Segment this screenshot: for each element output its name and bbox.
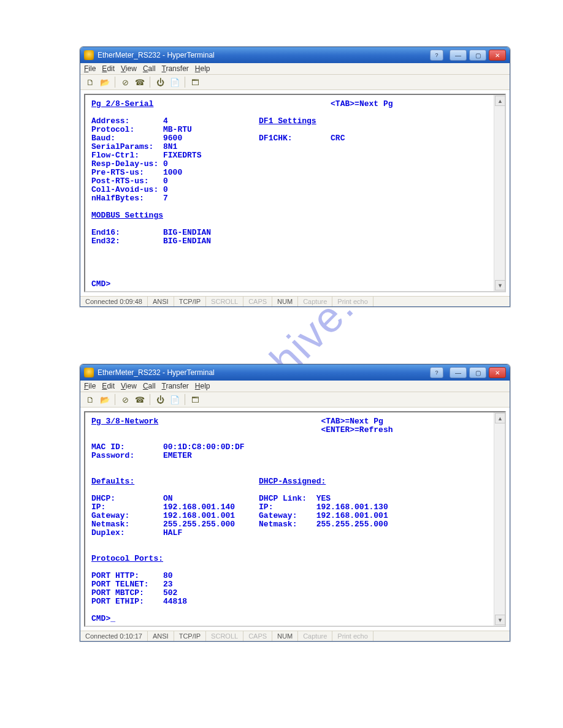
status-caps: CAPS <box>243 631 272 641</box>
minimize-button[interactable]: — <box>450 367 467 378</box>
status-num: NUM <box>272 631 298 641</box>
scrollbar[interactable]: ▲ ▼ <box>494 95 505 291</box>
status-num: NUM <box>272 297 298 306</box>
scroll-down-icon[interactable]: ▼ <box>495 615 505 625</box>
tb-open-icon[interactable]: 📂 <box>99 76 111 88</box>
menu-help[interactable]: Help <box>195 382 210 390</box>
app-icon <box>84 50 94 60</box>
tb-new-icon[interactable]: 🗋 <box>84 76 96 88</box>
tb-open-icon[interactable]: 📂 <box>99 393 111 406</box>
maximize-button[interactable]: ▢ <box>469 50 486 61</box>
terminal-frame: Pg 3/8-Network <TAB>=Next Pg <ENTER>=Ref… <box>84 411 506 627</box>
tb-call-icon[interactable]: ☎ <box>134 76 146 88</box>
tb-separator <box>115 77 115 88</box>
terminal-output[interactable]: Pg 2/8-Serial <TAB>=Next Pg Address: 4 D… <box>85 95 494 291</box>
tb-separator <box>150 394 150 405</box>
context-help-button[interactable]: ? <box>430 50 443 61</box>
scroll-up-icon[interactable]: ▲ <box>495 413 505 423</box>
status-capture: Capture <box>298 631 332 641</box>
hyperterminal-window-2: EtherMeter_RS232 - HyperTerminal ? — ▢ ✕… <box>80 364 510 642</box>
titlebar[interactable]: EtherMeter_RS232 - HyperTerminal ? — ▢ ✕ <box>80 47 510 63</box>
menu-call[interactable]: Call <box>143 382 156 390</box>
app-icon <box>84 368 94 377</box>
titlebar[interactable]: EtherMeter_RS232 - HyperTerminal ? — ▢ ✕ <box>80 365 510 381</box>
window-title: EtherMeter_RS232 - HyperTerminal <box>98 368 426 377</box>
tb-separator <box>185 394 185 405</box>
status-protocol: TCP/IP <box>174 631 206 641</box>
scrollbar[interactable]: ▲ ▼ <box>494 412 505 626</box>
hyperterminal-window-1: EtherMeter_RS232 - HyperTerminal ? — ▢ ✕… <box>80 47 510 307</box>
tb-new-icon[interactable]: 🗋 <box>84 393 96 406</box>
tb-props-icon[interactable]: 📄 <box>169 393 181 406</box>
menu-transfer[interactable]: Transfer <box>162 382 189 390</box>
tb-hangup-icon[interactable]: ⏻ <box>154 393 166 406</box>
status-connected: Connected 0:10:17 <box>80 631 148 641</box>
status-connected: Connected 0:09:48 <box>80 297 148 306</box>
status-scroll: SCROLL <box>206 631 243 641</box>
tb-separator <box>185 77 185 88</box>
tb-config-icon[interactable]: 🗔 <box>189 393 201 406</box>
window-title: EtherMeter_RS232 - HyperTerminal <box>98 51 426 59</box>
terminal-output[interactable]: Pg 3/8-Network <TAB>=Next Pg <ENTER>=Ref… <box>85 412 494 626</box>
menu-edit[interactable]: Edit <box>102 64 115 73</box>
menu-edit[interactable]: Edit <box>102 382 115 390</box>
status-capture: Capture <box>298 297 332 306</box>
statusbar: Connected 0:09:48 ANSI TCP/IP SCROLL CAP… <box>80 296 510 306</box>
status-printecho: Print echo <box>332 631 373 641</box>
status-scroll: SCROLL <box>206 297 243 306</box>
status-caps: CAPS <box>243 297 272 306</box>
tb-call-icon[interactable]: ☎ <box>134 393 146 406</box>
menu-call[interactable]: Call <box>143 64 156 73</box>
menu-file[interactable]: File <box>84 382 96 390</box>
tb-separator <box>115 394 115 405</box>
tb-props-icon[interactable]: 📄 <box>169 76 181 88</box>
statusbar: Connected 0:10:17 ANSI TCP/IP SCROLL CAP… <box>80 631 510 641</box>
menu-help[interactable]: Help <box>195 64 210 73</box>
scroll-down-icon[interactable]: ▼ <box>495 280 505 290</box>
status-encoding: ANSI <box>148 631 174 641</box>
close-button[interactable]: ✕ <box>489 367 506 378</box>
toolbar: 🗋 📂 ⊘ ☎ ⏻ 📄 🗔 <box>80 75 510 90</box>
terminal-frame: Pg 2/8-Serial <TAB>=Next Pg Address: 4 D… <box>84 94 506 292</box>
tb-config-icon[interactable]: 🗔 <box>189 76 201 88</box>
maximize-button[interactable]: ▢ <box>469 367 486 378</box>
tb-stop-icon[interactable]: ⊘ <box>119 76 131 88</box>
status-printecho: Print echo <box>332 297 373 306</box>
menubar: File Edit View Call Transfer Help <box>80 63 510 75</box>
tb-hangup-icon[interactable]: ⏻ <box>154 76 166 88</box>
tb-stop-icon[interactable]: ⊘ <box>119 393 131 406</box>
menu-transfer[interactable]: Transfer <box>162 64 189 73</box>
status-encoding: ANSI <box>148 297 174 306</box>
status-protocol: TCP/IP <box>174 297 206 306</box>
scroll-up-icon[interactable]: ▲ <box>495 96 505 106</box>
toolbar: 🗋 📂 ⊘ ☎ ⏻ 📄 🗔 <box>80 392 510 408</box>
tb-separator <box>150 77 150 88</box>
close-button[interactable]: ✕ <box>489 50 506 61</box>
menu-view[interactable]: View <box>121 64 137 73</box>
menu-file[interactable]: File <box>84 64 96 73</box>
context-help-button[interactable]: ? <box>430 367 443 378</box>
minimize-button[interactable]: — <box>450 50 467 61</box>
menubar: File Edit View Call Transfer Help <box>80 381 510 392</box>
menu-view[interactable]: View <box>121 382 137 390</box>
